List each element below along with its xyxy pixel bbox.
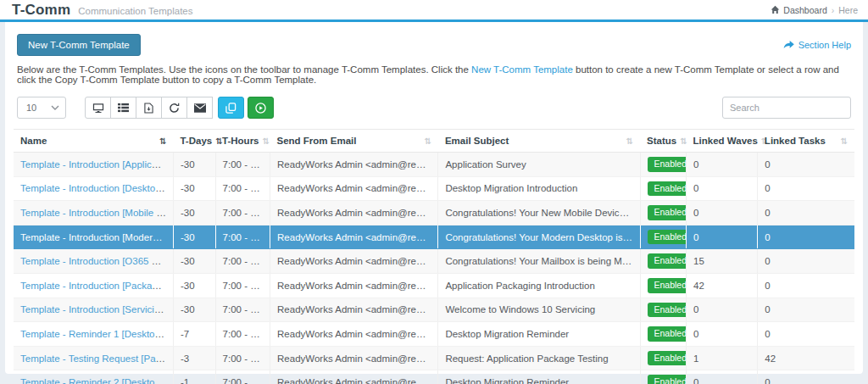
cell-name: Template - Introduction [Servicing]	[14, 298, 173, 322]
refresh-button[interactable]	[161, 97, 187, 119]
new-template-button[interactable]: New T-Comm Template	[17, 34, 141, 56]
table-row[interactable]: Template - Introduction [O365 Migration]…	[14, 249, 854, 274]
cell-linked-tasks: 0	[758, 176, 854, 201]
column-header[interactable]: T-Hours ⇅	[215, 130, 270, 153]
template-name-link[interactable]: Template - Introduction [Servicing]	[20, 304, 168, 314]
run-template-button[interactable]	[248, 97, 274, 119]
cell-t-days: -30	[173, 176, 215, 201]
template-name-link[interactable]: Template - Introduction [Modern Desktop]	[20, 232, 173, 242]
cell-t-days: -30	[173, 249, 215, 274]
cell-linked-tasks: 42	[758, 346, 854, 370]
copy-template-button[interactable]	[218, 97, 244, 119]
table-body: Template - Introduction [Application Sur…	[14, 153, 854, 384]
template-name-link[interactable]: Template - Testing Request [Packaging]	[20, 353, 173, 364]
status-badge: Enabled	[648, 157, 687, 172]
table-row[interactable]: Template - Reminder 1 [Desktop Migration…	[14, 322, 854, 347]
cell-linked-tasks: 0	[758, 322, 854, 347]
table-row[interactable]: Template - Introduction [Desktop Migrati…	[14, 176, 854, 201]
list-button[interactable]	[110, 97, 136, 119]
cell-send-from-email: ReadyWorks Admin <admin@readyworks.com>	[270, 153, 438, 177]
table-row[interactable]: Template - Introduction [Packaging] -30 …	[14, 273, 854, 298]
sort-icon: ⇅	[841, 136, 848, 146]
monitor-icon	[92, 103, 104, 114]
sort-icon: ⇅	[425, 136, 431, 146]
cell-t-hours: 7:00 - 7:59	[215, 346, 270, 370]
file-export-button[interactable]	[136, 97, 162, 119]
envelope-button[interactable]	[186, 97, 213, 119]
search-input[interactable]	[722, 97, 851, 119]
cell-t-hours: 7:00 - 7:59	[215, 153, 270, 177]
cell-t-hours: 7:00 - 7:59	[215, 370, 270, 384]
cell-t-hours: 7:00 - 7:59	[215, 249, 270, 274]
cell-email-subject: Application Survey	[438, 153, 640, 177]
cell-status: Enabled	[640, 153, 687, 177]
cell-send-from-email: ReadyWorks Admin <admin@readyworks.com>	[270, 225, 438, 249]
new-template-inline-link[interactable]: New T-Comm Template	[471, 64, 573, 75]
template-name-link[interactable]: Template - Introduction [O365 Migration]	[20, 256, 173, 266]
cell-linked-tasks: 0	[758, 225, 854, 249]
column-header[interactable]: T-Days ⇅	[173, 130, 215, 153]
cell-linked-tasks: 0	[758, 298, 854, 322]
cell-email-subject: Congratulations! Your Mailbox is being M…	[438, 249, 640, 274]
table-row[interactable]: Template - Introduction [Mobile Refresh]…	[14, 201, 854, 225]
status-badge: Enabled	[648, 278, 687, 293]
template-name-link[interactable]: Template - Reminder 1 [Desktop Migration…	[20, 329, 173, 339]
template-name-link[interactable]: Template - Introduction [Packaging]	[20, 281, 173, 291]
cell-t-hours: 7:00 - 7:59	[215, 298, 270, 322]
home-icon	[771, 5, 780, 14]
cell-status: Enabled	[640, 249, 687, 274]
list-icon	[118, 103, 129, 113]
section-help-icon	[783, 41, 794, 50]
column-header[interactable]: Send From Email ⇅	[270, 130, 438, 153]
table-row[interactable]: Template - Introduction [Modern Desktop]…	[14, 225, 854, 249]
section-description: Below are the T-Comm Templates. Use the …	[17, 64, 851, 85]
table-toolbar: 10	[17, 97, 851, 119]
status-badge: Enabled	[648, 303, 687, 318]
cell-linked-waves: 42	[687, 273, 758, 298]
cell-t-hours: 7:00 - 7:59	[215, 176, 270, 201]
column-header[interactable]: Status ⇅	[640, 130, 687, 153]
cell-status: Enabled	[640, 225, 687, 249]
toolbar-button-group	[85, 97, 274, 119]
table-row[interactable]: Template - Introduction [Servicing] -30 …	[14, 298, 854, 322]
cell-name: Template - Reminder 2 [Desktop Migration…	[14, 370, 173, 384]
cell-email-subject: Request: Application Package Testing	[438, 346, 640, 370]
monitor-button[interactable]	[85, 97, 111, 119]
cell-email-subject: Congratulations! Your New Mobile Device …	[438, 201, 640, 225]
cell-linked-waves: 15	[687, 249, 758, 274]
cell-linked-waves: 1	[687, 346, 758, 370]
cell-t-days: -30	[173, 153, 215, 177]
cell-send-from-email: ReadyWorks Admin <admin@readyworks.com>	[270, 370, 438, 384]
cell-name: Template - Introduction [Mobile Refresh]	[14, 201, 173, 225]
table-row[interactable]: Template - Testing Request [Packaging] -…	[14, 346, 854, 370]
cell-status: Enabled	[640, 201, 687, 225]
table-row[interactable]: Template - Introduction [Application Sur…	[14, 153, 854, 177]
template-name-link[interactable]: Template - Introduction [Desktop Migrati…	[20, 183, 173, 193]
status-badge: Enabled	[648, 253, 687, 269]
column-header[interactable]: Linked Waves ⇅	[687, 130, 758, 153]
refresh-icon	[169, 103, 180, 114]
page-size-select[interactable]: 10	[17, 97, 66, 119]
cell-t-days: -7	[173, 322, 215, 347]
cell-send-from-email: ReadyWorks Admin <admin@readyworks.com>	[270, 201, 438, 225]
cell-t-days: -3	[173, 346, 215, 370]
cell-status: Enabled	[640, 370, 687, 384]
breadcrumb-dashboard[interactable]: Dashboard	[783, 5, 826, 15]
cell-status: Enabled	[640, 346, 687, 370]
cell-status: Enabled	[640, 298, 687, 322]
template-name-link[interactable]: Template - Introduction [Mobile Refresh]	[20, 208, 173, 218]
section-help-link[interactable]: Section Help	[783, 40, 851, 50]
breadcrumb-separator: ›	[832, 5, 835, 15]
cell-send-from-email: ReadyWorks Admin <admin@readyworks.com>	[270, 176, 438, 201]
column-header[interactable]: Name ⇅	[14, 130, 173, 153]
column-header[interactable]: Linked Tasks ⇅	[758, 130, 854, 153]
table-row[interactable]: Template - Reminder 2 [Desktop Migration…	[14, 370, 854, 384]
template-name-link[interactable]: Template - Introduction [Application Sur…	[20, 159, 173, 170]
template-name-link[interactable]: Template - Reminder 2 [Desktop Migration…	[20, 377, 173, 384]
file-export-icon	[144, 103, 153, 114]
cell-linked-waves: 0	[687, 298, 758, 322]
cell-linked-tasks: 0	[758, 201, 854, 225]
cell-name: Template - Introduction [Modern Desktop]	[14, 225, 173, 249]
cell-email-subject: Desktop Migration Reminder	[438, 322, 640, 347]
column-header[interactable]: Email Subject ⇅	[438, 130, 640, 153]
